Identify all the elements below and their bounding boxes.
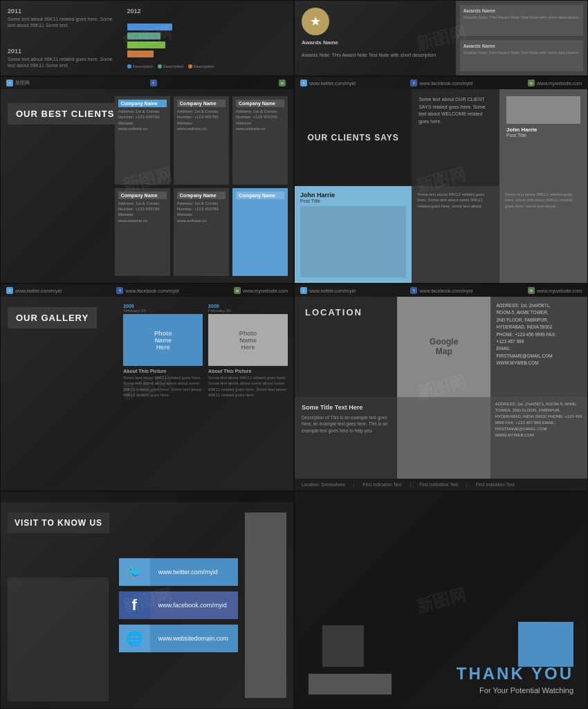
gallery-items-row: 2009 February 25 Photo Name Here About T… [123, 304, 288, 398]
bar-row-1 [127, 24, 286, 30]
cell3-facebook: f [150, 80, 159, 86]
cell3-twitter-url: 新图网 [15, 80, 30, 86]
client-3-info: Address: 1st & Contac Number: +123 45678… [236, 109, 284, 132]
website-url-text: www.websitedomain.com [158, 635, 228, 642]
location-heading: LOCATION [305, 307, 362, 317]
cell7-social-placeholder [6, 495, 8, 499]
facebook-url-text: www.facebook.com/myid [158, 602, 227, 609]
cell6-header: t www.twitter.com/myid f www.facebook.co… [295, 284, 587, 297]
visit-label-area: VISIT TO KNOW US [1, 502, 112, 708]
location-bottom-bar: Location: Somewhere | First Indication T… [295, 479, 587, 490]
cell4-web-icon: w [528, 80, 535, 86]
twitter-icon-small: t [6, 80, 13, 86]
gallery-photo-name-2: Photo Name Here [239, 330, 257, 351]
legend-dot-teal [158, 64, 162, 68]
gallery-about-text-1: Some text about 99K11 related goes here.… [123, 375, 203, 398]
thank-you-subtitle: For Your Potential Watching [457, 686, 573, 694]
location-extra: ADDRESS: 1st, 2nd45671, ROOM-5, AKME TOW… [490, 397, 587, 479]
gallery-item-1: 2009 February 25 Photo Name Here About T… [123, 304, 203, 398]
cell4-web-url: www.mywebsite.com [537, 81, 582, 86]
legend-item-1: Description [127, 64, 154, 68]
facebook-url-box[interactable]: www.facebook.com/myid [150, 591, 238, 619]
cell4-facebook-url: www.facebook.com/myid [419, 81, 472, 86]
facebook-f-icon: f [132, 596, 137, 614]
year-2011-text-b: Some text about 99K11 related goes here.… [8, 56, 122, 68]
cell4-twitter-icon: t [300, 80, 307, 86]
cell-visit: VISIT TO KNOW US 🐦 www.twitter.com/myid [0, 491, 294, 709]
client-2-info: Address: 1st & Contac Number: +123 45678… [177, 109, 226, 132]
cell6-web-url: www.mywebsite.com [537, 288, 582, 293]
gallery-photo-1: Photo Name Here [123, 314, 203, 366]
cell5-twitter-icon: t [6, 287, 13, 294]
address-text: ADDRESS: 1st, 2nd45671, ROOM-5, AKME TOW… [496, 302, 582, 367]
cell5-twitter: t www.twitter.com/myid [6, 287, 62, 294]
award-description: Awards Note: This Award Note Test Note w… [302, 52, 449, 58]
year-2011-label-b: 2011 [8, 48, 122, 55]
location-separator-2: | [410, 482, 411, 487]
twitter-social-row[interactable]: 🐦 www.twitter.com/myid [119, 558, 238, 586]
says-main-text: Some text about OUR CLIENT SAYS related … [419, 96, 493, 125]
location-desc-cell: Some Title Text Here Description of This… [295, 397, 397, 479]
client-4-name: Company Name [121, 193, 164, 198]
legend-dot-blue [127, 64, 131, 68]
year-2011-section: 2011 Some text about 99K11 related goes … [8, 8, 122, 28]
visit-heading: VISIT TO KNOW US [15, 518, 102, 528]
client-cards-grid: Company Name Address: 1st & Contac Numbe… [112, 89, 293, 283]
cell4-header: t www.twitter.com/myid f www.facebook.co… [295, 77, 587, 89]
client-1-name: Company Name [121, 101, 164, 106]
legend-item-3: Description [188, 64, 214, 68]
google-map-placeholder: Google Map [430, 337, 458, 356]
cell5-web: w www.mywebsite.com [234, 287, 288, 294]
cell5-facebook-icon: f [116, 287, 123, 294]
chart-legend: Description Description Description [127, 64, 286, 68]
gallery-heading: OUR GALLERY [16, 313, 89, 323]
main-grid: 2011 Some text about 99K11 related goes … [0, 0, 588, 709]
location-separator-1: | [353, 482, 355, 487]
clients-label-box: OUR BEST CLIENTS [8, 103, 122, 125]
facebook-icon-small: f [150, 80, 157, 86]
twitter-icon-box: 🐦 [119, 558, 150, 586]
cell4-web: w www.mywebsite.com [528, 80, 582, 86]
cell6-twitter-icon: t [300, 287, 307, 294]
cell6-web: w www.mywebsite.com [528, 287, 582, 294]
cell3-twitter: t 新图网 [6, 80, 30, 86]
website-url-box[interactable]: www.websitedomain.com [150, 625, 238, 652]
award-item-2-text: Awards Note: This Award Note Test Note w… [463, 50, 580, 56]
john-harrie-card-blue: John Harrie Post Title [295, 186, 412, 283]
year-2011-section-b: 2011 Some text about 99K11 related goes … [8, 48, 122, 68]
client-card-4-header: Company Name [118, 192, 167, 199]
john-photo-blue [300, 206, 406, 277]
gallery-item-2: 2009 February 25 Photo Name Here About T… [208, 304, 288, 398]
thank-you-gray-rect [309, 674, 392, 694]
globe-icon: 🌐 [126, 630, 143, 647]
twitter-url-box[interactable]: www.twitter.com/myid [150, 558, 238, 586]
bar-green [127, 42, 165, 48]
cell5-web-icon: w [234, 287, 241, 294]
cell-best-clients: t 新图网 f w OUR BEST CLIENTS [0, 76, 294, 284]
website-social-row[interactable]: 🌐 www.websitedomain.com [119, 625, 238, 652]
clients-label-container: OUR BEST CLIENTS [1, 89, 112, 283]
google-map-cell: Google Map [397, 297, 490, 397]
year-2011-label: 2011 [8, 8, 122, 15]
says-main-text-cell: Some text about OUR CLIENT SAYS related … [412, 89, 499, 186]
award-item-1: Awards Name Awards Note: This Award Note… [460, 5, 583, 36]
web-icon-small: w [279, 80, 286, 86]
john-title-blue: Post Title [300, 199, 406, 203]
facebook-icon-box: f [119, 591, 150, 619]
says-small-text-cell-2: Some text about 99K11 related goes here.… [499, 186, 587, 283]
location-indicator-4: First Indication Text [476, 482, 515, 487]
client-card-6: Company Name [232, 188, 288, 277]
says-small-text-1: Some text about 99K11 related goes here.… [417, 192, 494, 209]
location-indicator-3: First Indication Text [419, 482, 458, 487]
facebook-social-row[interactable]: f www.facebook.com/myid [119, 591, 238, 619]
cell4-facebook: f www.facebook.com/myid [410, 80, 472, 86]
cell-stats: 2011 Some text about 99K11 related goes … [0, 0, 294, 76]
watermark-cell8: 新图网 [414, 583, 468, 618]
gallery-photos-area: 2009 February 25 Photo Name Here About T… [118, 297, 293, 490]
says-heading: OUR CLIENTS SAYS [307, 133, 398, 142]
gallery-photo-2: Photo Name Here [208, 314, 288, 366]
gallery-date-1: February 25 [123, 309, 203, 313]
cell3-header: t 新图网 f w [1, 77, 293, 89]
award-item-1-title: Awards Name [463, 8, 580, 13]
location-title: Some Title Text Here [302, 404, 390, 411]
